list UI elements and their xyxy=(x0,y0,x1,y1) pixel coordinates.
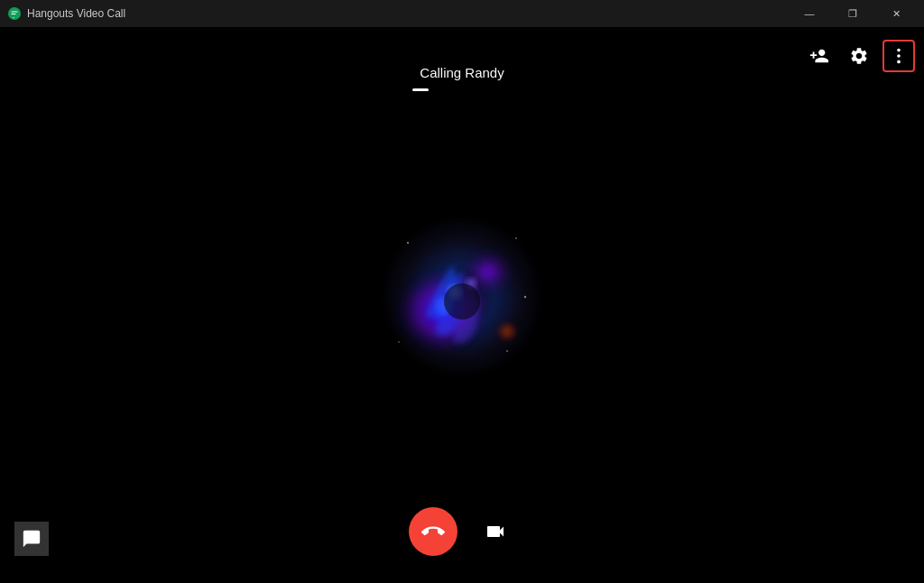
video-toggle-button[interactable] xyxy=(476,512,515,551)
video-container: Calling Randy xyxy=(0,27,924,583)
end-call-icon xyxy=(421,520,445,543)
titlebar: Hangouts Video Call — ❐ ✕ xyxy=(0,0,924,27)
more-options-button[interactable] xyxy=(882,40,915,72)
svg-point-17 xyxy=(444,283,480,319)
bottom-controls xyxy=(409,507,515,556)
titlebar-left: Hangouts Video Call xyxy=(7,6,125,21)
add-person-icon xyxy=(809,46,829,66)
end-call-button[interactable] xyxy=(409,507,457,556)
svg-point-16 xyxy=(506,350,508,352)
app-icon xyxy=(7,6,22,21)
close-button[interactable]: ✕ xyxy=(875,0,917,27)
chat-button[interactable] xyxy=(14,522,49,556)
settings-icon xyxy=(849,46,869,66)
calling-text: Calling Randy xyxy=(420,65,504,80)
more-options-icon xyxy=(889,46,909,66)
titlebar-title: Hangouts Video Call xyxy=(27,7,125,20)
settings-button[interactable] xyxy=(843,40,875,72)
avatar-circle xyxy=(381,216,543,378)
svg-point-2 xyxy=(897,54,901,58)
top-toolbar xyxy=(803,40,915,72)
svg-point-14 xyxy=(524,296,526,298)
loading-indicator xyxy=(412,88,429,91)
add-person-button[interactable] xyxy=(803,40,836,72)
svg-point-12 xyxy=(407,242,409,244)
svg-point-13 xyxy=(515,237,517,239)
svg-point-1 xyxy=(897,49,901,52)
avatar-nebula xyxy=(381,216,543,378)
svg-point-3 xyxy=(897,60,901,64)
titlebar-controls: — ❐ ✕ xyxy=(789,0,917,27)
video-camera-icon xyxy=(485,521,506,542)
minimize-button[interactable]: — xyxy=(789,0,830,27)
svg-point-15 xyxy=(398,341,400,343)
maximize-button[interactable]: ❐ xyxy=(832,0,873,27)
chat-icon xyxy=(22,529,42,549)
